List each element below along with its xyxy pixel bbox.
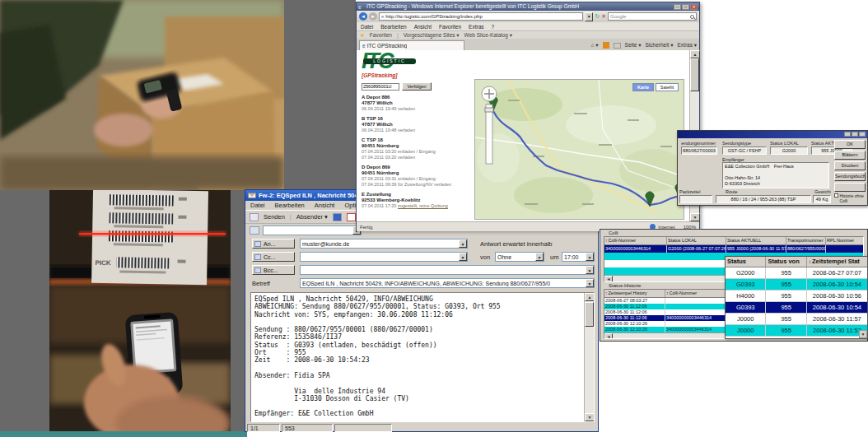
maximize-button[interactable]: □	[682, 4, 689, 10]
close-button[interactable]: ✕	[690, 4, 698, 10]
send-button[interactable]: Senden	[264, 213, 285, 221]
menu-datei[interactable]: Datei	[361, 24, 373, 30]
feeds-icon[interactable]	[603, 42, 609, 49]
favoriten-button[interactable]: Favoriten	[370, 32, 392, 38]
drucken-button[interactable]: Drucken	[834, 161, 866, 170]
col-status-lokal[interactable]: Status LOKAL	[667, 237, 726, 244]
status-row[interactable]: H40009552008-06-30 10:56	[726, 291, 867, 302]
scroll-left-icon[interactable]: ◄	[604, 333, 613, 339]
status-row[interactable]: J00009552008-06-30 11:57	[726, 314, 867, 325]
col-zeitstempel-history[interactable]: ↕Zeitstempel History	[604, 290, 665, 297]
chevron-down-icon[interactable]: ▼	[586, 253, 594, 261]
print-icon[interactable]	[614, 43, 621, 49]
fav-link-suggested[interactable]: Vorgeschlagene Sites ▾	[404, 32, 460, 39]
menu-extras[interactable]: Extras	[469, 24, 483, 30]
menu-bearbeiten[interactable]: Bearbeiten	[380, 24, 406, 30]
map-zoom-slider[interactable]	[485, 105, 493, 164]
col-status[interactable]: Status	[726, 257, 766, 267]
status-row[interactable]: G20009552008-06-27 07:07	[726, 267, 867, 279]
col-transportnummer[interactable]: Transportnummer	[786, 237, 826, 244]
home-icon[interactable]: ⌂ ▾	[591, 42, 599, 49]
scroll-up-icon[interactable]: ▲	[585, 293, 595, 301]
tracking-number-input[interactable]	[362, 83, 399, 91]
ok-button[interactable]: OK	[834, 140, 866, 149]
sendungsbuch-button[interactable]: Sendungsbuch	[834, 172, 866, 181]
status-row-selected[interactable]: G03939552008-06-30 10:54	[726, 302, 867, 314]
menu-hilfe[interactable]: ?	[492, 24, 495, 30]
chevron-down-icon[interactable]: ▼	[586, 279, 594, 287]
menu-datei[interactable]: Datei	[250, 202, 265, 209]
col-rpl-nummer[interactable]: RPL Nummer	[826, 237, 854, 244]
absender-dropdown[interactable]: Absender ▾	[296, 213, 328, 221]
menu-ansicht[interactable]: Ansicht	[414, 24, 432, 30]
um-combo[interactable]: 17:00 ▼	[562, 252, 595, 262]
von-combo[interactable]: Ohne ▼	[495, 252, 544, 262]
blaettern-button[interactable]: Blättern	[834, 151, 866, 160]
sicherheit-menu[interactable]: Sicherheit ▾	[646, 42, 674, 49]
col-status-von[interactable]: Status von	[766, 257, 806, 267]
account-combo[interactable]: ▼	[263, 225, 362, 235]
ie-title-bar[interactable]: e ITC GPStracking - Windows Internet Exp…	[357, 2, 699, 11]
minimize-button[interactable]: —	[674, 4, 681, 10]
antwort-label: Antwort erwartet innerhalb	[480, 240, 553, 248]
chevron-down-icon[interactable]: ▼	[535, 253, 544, 261]
menu-ansicht[interactable]: Ansicht	[315, 202, 335, 209]
seite-menu[interactable]: Seite ▾	[625, 42, 642, 49]
scroll-down-icon[interactable]: ▼	[690, 213, 700, 221]
refresh-icon[interactable]: ↻	[595, 13, 600, 20]
historie-checkbox[interactable]: Historie ohne Colli	[834, 193, 867, 203]
scroll-up-icon[interactable]: ▲	[690, 50, 700, 58]
ie-tab-strip: e ITC GPStracking ⌂ ▾ Seite ▾ Sicherheit…	[357, 39, 699, 50]
search-icon[interactable]	[690, 15, 694, 19]
address-book-icon[interactable]	[333, 213, 342, 221]
an-field[interactable]: muster@kunde.de ▼	[300, 239, 468, 249]
cc-field[interactable]: ▼	[300, 252, 468, 262]
back-button[interactable]: ◄	[359, 12, 367, 21]
menu-favoriten[interactable]: Favoriten	[439, 24, 461, 30]
bcc-button[interactable]: Bcc...	[252, 265, 295, 275]
colli-row-selected[interactable]: 340000000003446314 G2000 (2008-06-27 07:…	[604, 245, 863, 253]
fav-link-webslice[interactable]: Web Slice-Katalog ▾	[464, 32, 512, 39]
satellit-button[interactable]: Satellit	[656, 83, 679, 91]
col-status-aktuell[interactable]: Status AKTUELL	[726, 237, 786, 244]
email-body-text: EQSped ILN , Nachricht 50429, INFO/ABWEI…	[251, 293, 594, 422]
map-pan-control[interactable]	[482, 86, 497, 101]
quittung-link[interactable]: zugestellt, reine Quittung	[398, 203, 448, 208]
stop-icon[interactable]: ✕	[601, 13, 606, 20]
karte-button[interactable]: Karte	[632, 83, 654, 91]
address-input[interactable]: e http://itc-logistic.com/GPStracking/in…	[379, 12, 583, 21]
extras-menu[interactable]: Extras ▾	[678, 42, 698, 49]
an-button[interactable]: An...	[252, 239, 295, 249]
minimize-button[interactable]	[844, 132, 851, 137]
dialog-title-bar[interactable]	[678, 131, 867, 138]
star-icon[interactable]: ★	[360, 32, 365, 39]
verfolgen-button[interactable]: Verfolgen	[402, 82, 432, 91]
col-colli-nummer[interactable]: ↕Colli-Nummer	[604, 237, 667, 244]
forward-button[interactable]: ►	[369, 12, 377, 21]
close-button[interactable]	[859, 132, 866, 137]
address-dropdown-icon[interactable]: ▼	[585, 12, 593, 21]
scroll-down-icon[interactable]: ▼	[859, 330, 867, 338]
scroll-down-icon[interactable]: ▼	[585, 413, 595, 421]
search-input[interactable]: Google	[608, 12, 697, 21]
email-body[interactable]: EQSped ILN , Nachricht 50429, INFO/ABWEI…	[250, 292, 595, 422]
betreff-field[interactable]: EQSped ILN , Nachricht 50429, INFO/ABWEI…	[300, 278, 595, 288]
cc-button[interactable]: Cc...	[252, 252, 295, 262]
scroll-thumb[interactable]	[585, 302, 594, 327]
col-zeitstempel[interactable]: ↕Zeitstempel Stat	[807, 257, 867, 267]
bcc-field[interactable]: ▼	[300, 265, 595, 275]
checkbox-icon[interactable]	[834, 193, 838, 198]
spellcheck-icon[interactable]	[347, 213, 356, 221]
menu-bearbeiten[interactable]: Bearbeiten	[275, 202, 305, 209]
chevron-down-icon[interactable]: ▼	[459, 239, 467, 248]
scroll-left-icon[interactable]: ◄	[604, 276, 613, 282]
email-body-scrollbar[interactable]: ▲ ▼	[584, 293, 594, 421]
scroll-thumb[interactable]	[690, 58, 699, 91]
status-row[interactable]: G03939552008-06-30 10:54	[726, 279, 867, 291]
chevron-down-icon[interactable]: ▼	[586, 266, 594, 274]
tab-itc-gpstracking[interactable]: e ITC GPStracking	[359, 40, 464, 50]
route-map[interactable]: Karte Satellit	[474, 79, 684, 220]
maximize-button[interactable]	[852, 132, 858, 137]
chevron-down-icon[interactable]: ▼	[459, 253, 467, 261]
status-row[interactable]: J00009552008-06-30 11:57	[726, 325, 867, 337]
